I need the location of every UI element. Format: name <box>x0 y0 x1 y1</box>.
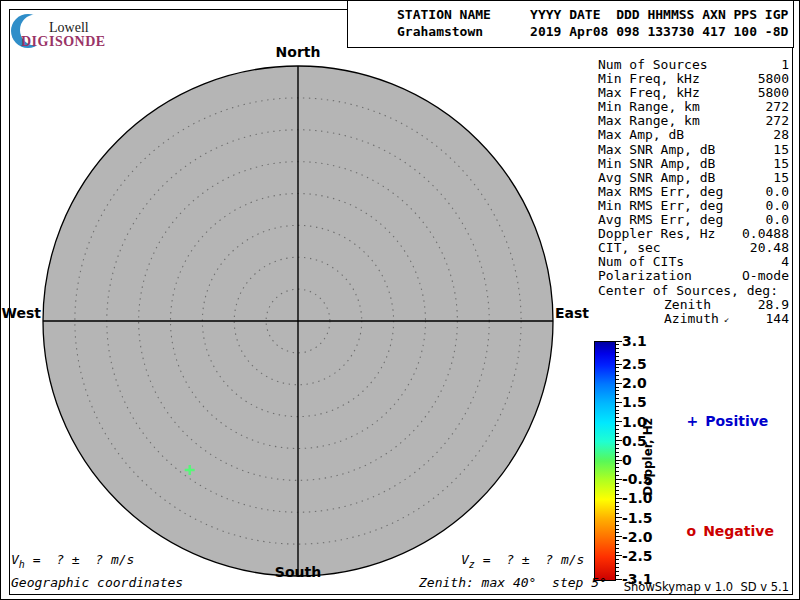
colorbar-minor-tick <box>615 548 619 549</box>
stats-row: Min RMS Err, deg0.0 <box>598 199 789 213</box>
plus-symbol-icon: + <box>687 413 699 429</box>
colorbar-tick-label: 3.1 <box>622 333 647 349</box>
colorbar-minor-tick <box>615 509 619 510</box>
colorbar-major-tick <box>615 402 622 403</box>
stats-value: 1 <box>781 58 789 72</box>
colorbar-minor-tick <box>615 559 619 560</box>
colorbar-minor-tick <box>615 417 619 418</box>
compass-label-west: West <box>1 305 41 321</box>
colorbar-tick-label: -2.0 <box>622 529 653 545</box>
horizontal-velocity-readout: Vh = ? ± ? m/s <box>11 552 134 570</box>
stats-row: Avg SNR Amp, dB15 <box>598 171 789 185</box>
colorbar-major-tick <box>615 341 622 342</box>
stats-label: CIT, sec <box>598 241 661 255</box>
colorbar-minor-tick <box>615 463 619 464</box>
stats-value: 272 <box>766 114 789 128</box>
vz-value: = ? ± ? m/s <box>475 552 585 567</box>
compass-label-north: North <box>273 44 323 60</box>
stats-label: Avg RMS Err, deg <box>598 213 723 227</box>
stats-label: Min SNR Amp, dB <box>598 157 715 171</box>
stats-label: Zenith <box>664 298 711 312</box>
stats-value: 272 <box>766 100 789 114</box>
colorbar-minor-tick <box>615 529 619 530</box>
stats-label: Min Range, km <box>598 100 700 114</box>
colorbar-minor-tick <box>615 475 619 476</box>
colorbar-minor-tick <box>615 575 619 576</box>
colorbar-minor-tick <box>615 379 619 380</box>
stats-label: Center of Sources, deg: <box>598 284 778 298</box>
legend-negative: oNegative <box>667 507 774 555</box>
colorbar-major-tick <box>615 479 622 480</box>
colorbar-minor-tick <box>615 540 619 541</box>
colorbar-minor-tick <box>615 486 619 487</box>
stats-row: CIT, sec20.48 <box>598 241 789 255</box>
legend-positive-label: Positive <box>705 413 768 429</box>
colorbar-major-tick <box>615 498 622 499</box>
colorbar-minor-tick <box>615 444 619 445</box>
colorbar-minor-tick <box>615 410 619 411</box>
colorbar-minor-tick <box>615 483 619 484</box>
colorbar-minor-tick <box>615 425 619 426</box>
legend-positive: +Positive <box>667 397 768 445</box>
stats-label: Min RMS Err, deg <box>598 199 723 213</box>
colorbar-minor-tick <box>615 406 619 407</box>
colorbar-minor-tick <box>615 521 619 522</box>
colorbar-minor-tick <box>615 471 619 472</box>
stats-value: 15 <box>773 143 789 157</box>
stats-label: Num of CITs <box>598 255 684 269</box>
stats-label: Polarization <box>598 269 692 283</box>
stats-panel: Num of Sources1Min Freq, kHz5800Max Freq… <box>598 58 789 326</box>
stats-row: Max Freq, kHz5800 <box>598 86 789 100</box>
stats-label: Max Freq, kHz <box>598 86 700 100</box>
colorbar-minor-tick <box>615 506 619 507</box>
colorbar-minor-tick <box>615 429 619 430</box>
stats-label: Num of Sources <box>598 58 708 72</box>
colorbar-minor-tick <box>615 448 619 449</box>
colorbar-minor-tick <box>615 452 619 453</box>
stats-value: O-mode <box>742 269 789 283</box>
stats-row: Num of Sources1 <box>598 58 789 72</box>
colorbar-minor-tick <box>615 544 619 545</box>
colorbar-minor-tick <box>615 490 619 491</box>
colorbar-minor-tick <box>615 356 619 357</box>
stats-value: 4 <box>781 255 789 269</box>
colorbar-tick-label: -1.5 <box>622 510 653 526</box>
colorbar-minor-tick <box>615 571 619 572</box>
coordinate-system-note: Geographic coordinates <box>11 575 183 590</box>
colorbar-major-tick <box>615 440 622 441</box>
stats-value: 0.0 <box>766 199 789 213</box>
colorbar-minor-tick <box>615 394 619 395</box>
circle-symbol-icon: o <box>687 523 697 539</box>
colorbar-minor-tick <box>615 375 619 376</box>
stats-row: Min Range, km272 <box>598 100 789 114</box>
stats-row: Avg RMS Err, deg0.0 <box>598 213 789 227</box>
vertical-velocity-readout: Vz = ? ± ? m/s <box>461 552 584 570</box>
stats-row: Center of Sources, deg: <box>598 284 789 298</box>
colorbar-major-tick <box>615 555 622 556</box>
colorbar-major-tick <box>615 536 622 537</box>
colorbar-tick-label: 1.5 <box>622 394 647 410</box>
colorbar-tick-label: 2.5 <box>622 356 647 372</box>
stats-row: Max Range, km272 <box>598 114 789 128</box>
colorbar-axis-label: Doppler, Hz <box>641 412 655 502</box>
stats-label: Max Range, km <box>598 114 700 128</box>
colorbar-minor-tick <box>615 563 619 564</box>
colorbar-minor-tick <box>615 552 619 553</box>
showskymap-window: Lowell DIGISONDE STATION NAME YYYY DATE … <box>0 0 800 600</box>
stats-row: Min Freq, kHz5800 <box>598 72 789 86</box>
stats-row: Num of CITs4 <box>598 255 789 269</box>
colorbar-minor-tick <box>615 371 619 372</box>
colorbar-minor-tick <box>615 348 619 349</box>
colorbar-minor-tick <box>615 352 619 353</box>
stats-label: Min Freq, kHz <box>598 72 700 86</box>
stats-value: 15 <box>773 171 789 185</box>
colorbar-minor-tick <box>615 387 619 388</box>
stats-row: Max SNR Amp, dB15 <box>598 143 789 157</box>
colorbar-minor-tick <box>615 456 619 457</box>
stats-label: Azimuth <box>664 312 719 326</box>
vh-symbol: Vh <box>11 552 25 567</box>
version-info: ShowSkymap v 1.0 SD v 5.1 <box>601 580 789 594</box>
stats-row: Min SNR Amp, dB15 <box>598 157 789 171</box>
stats-row: Max Amp, dB28 <box>598 128 789 142</box>
colorbar-major-tick <box>615 383 622 384</box>
